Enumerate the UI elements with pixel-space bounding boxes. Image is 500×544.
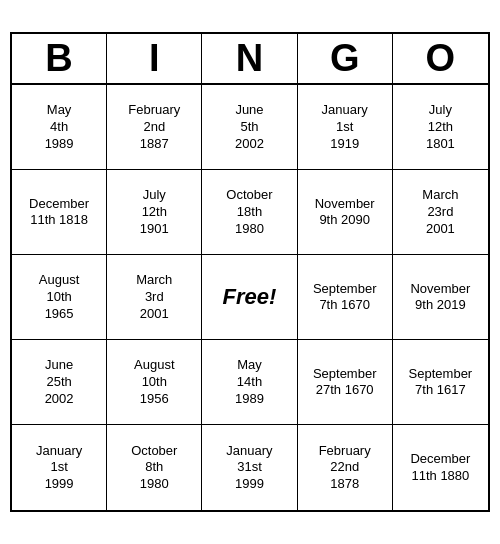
- bingo-cell-6: July12th1901: [107, 170, 202, 255]
- bingo-cell-13: September7th 1670: [298, 255, 393, 340]
- bingo-cell-14: November9th 2019: [393, 255, 488, 340]
- bingo-header: BINGO: [12, 34, 488, 86]
- bingo-cell-7: October18th1980: [202, 170, 297, 255]
- bingo-cell-23: February22nd1878: [298, 425, 393, 510]
- bingo-cell-4: July12th1801: [393, 85, 488, 170]
- bingo-cell-20: January1st1999: [12, 425, 107, 510]
- bingo-cell-21: October8th1980: [107, 425, 202, 510]
- header-letter-i: I: [107, 34, 202, 84]
- bingo-cell-9: March23rd2001: [393, 170, 488, 255]
- bingo-cell-0: May4th1989: [12, 85, 107, 170]
- bingo-cell-5: December11th 1818: [12, 170, 107, 255]
- bingo-cell-11: March3rd2001: [107, 255, 202, 340]
- bingo-card: BINGO May4th1989February2nd1887June5th20…: [10, 32, 490, 513]
- header-letter-b: B: [12, 34, 107, 84]
- bingo-cell-15: June25th2002: [12, 340, 107, 425]
- bingo-cell-18: September27th 1670: [298, 340, 393, 425]
- header-letter-o: O: [393, 34, 488, 84]
- bingo-cell-16: August10th1956: [107, 340, 202, 425]
- bingo-cell-1: February2nd1887: [107, 85, 202, 170]
- bingo-grid: May4th1989February2nd1887June5th2002Janu…: [12, 85, 488, 510]
- bingo-cell-17: May14th1989: [202, 340, 297, 425]
- bingo-cell-2: June5th2002: [202, 85, 297, 170]
- header-letter-n: N: [202, 34, 297, 84]
- bingo-cell-24: December11th 1880: [393, 425, 488, 510]
- header-letter-g: G: [298, 34, 393, 84]
- bingo-cell-22: January31st1999: [202, 425, 297, 510]
- bingo-cell-3: January1st1919: [298, 85, 393, 170]
- bingo-cell-10: August10th1965: [12, 255, 107, 340]
- bingo-cell-12: Free!: [202, 255, 297, 340]
- bingo-cell-8: November9th 2090: [298, 170, 393, 255]
- bingo-cell-19: September7th 1617: [393, 340, 488, 425]
